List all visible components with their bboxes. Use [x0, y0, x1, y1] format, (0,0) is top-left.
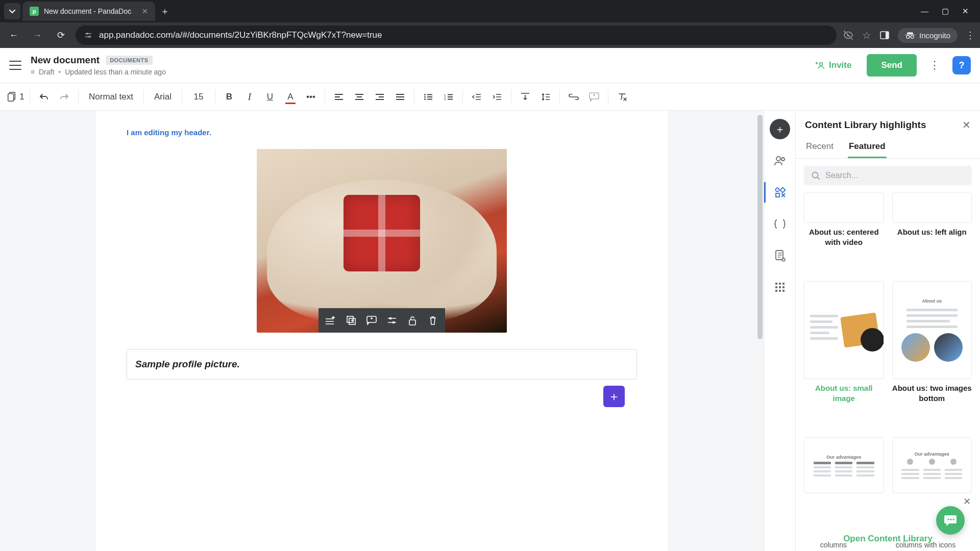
pandadoc-favicon: p [30, 7, 39, 16]
unlock-icon[interactable] [402, 310, 423, 331]
numbered-list-button[interactable]: 123 [440, 88, 457, 106]
tab-featured-label: Featured [849, 141, 886, 151]
image-block[interactable] [257, 149, 507, 333]
editor-canvas[interactable]: I am editing my header. Sample profile p… [0, 111, 764, 551]
redo-button[interactable] [56, 88, 73, 106]
side-panel-icon[interactable] [879, 30, 890, 40]
svg-point-42 [952, 518, 954, 520]
indent-button[interactable] [488, 88, 506, 106]
undo-button[interactable] [35, 88, 53, 106]
image-floating-toolbar [318, 308, 445, 333]
chat-support-button[interactable] [936, 506, 965, 535]
page-header-text[interactable]: I am editing my header. [127, 128, 637, 137]
library-item[interactable]: About us: left align [892, 192, 972, 274]
link-button[interactable] [565, 88, 582, 106]
library-item[interactable]: Our advantages [804, 437, 884, 520]
smart-content-icon[interactable]: ? [770, 245, 790, 266]
duplicate-icon[interactable] [341, 310, 361, 331]
document-page[interactable]: I am editing my header. Sample profile p… [96, 111, 668, 551]
library-item[interactable]: About us About us: two images bottom [892, 281, 972, 430]
close-tab-icon[interactable]: ✕ [142, 7, 148, 15]
maximize-icon[interactable]: ▢ [942, 7, 949, 16]
send-label: Send [881, 60, 902, 70]
tab-recent[interactable]: Recent [805, 136, 835, 158]
pages-button[interactable]: 1 [7, 88, 24, 106]
new-tab-button[interactable]: ＋ [157, 4, 173, 19]
menu-icon[interactable] [9, 61, 21, 70]
svg-rect-31 [779, 283, 781, 285]
library-item[interactable]: ✥ About us: small image [804, 281, 884, 430]
reload-button[interactable]: ⟳ [52, 27, 69, 44]
settings-sliders-icon[interactable] [382, 310, 402, 331]
incognito-badge[interactable]: Incognito [898, 28, 958, 43]
document-title[interactable]: New document [31, 55, 100, 66]
tab-featured[interactable]: Featured [848, 136, 887, 158]
font-size-select[interactable]: 15 [187, 88, 210, 106]
clear-formatting-button[interactable] [614, 88, 631, 106]
minimize-icon[interactable]: ― [921, 7, 928, 16]
svg-rect-32 [782, 283, 785, 285]
status-dot-icon [31, 70, 35, 74]
text-color-button[interactable]: A [282, 88, 299, 106]
size-label: 15 [193, 92, 203, 102]
add-block-button[interactable]: ＋ [603, 386, 625, 407]
svg-point-22 [776, 157, 780, 161]
variables-icon[interactable] [770, 214, 790, 234]
apps-grid-icon[interactable] [770, 277, 790, 297]
svg-point-5 [911, 35, 914, 38]
bold-button[interactable]: B [220, 88, 238, 106]
library-search-input[interactable]: Search... [804, 166, 972, 185]
scrollbar[interactable] [757, 115, 763, 339]
back-button[interactable]: ← [5, 27, 22, 44]
image-content-gift [344, 195, 420, 271]
recipients-icon[interactable] [770, 151, 790, 171]
align-right-button[interactable] [371, 88, 388, 106]
add-row-above-icon[interactable] [321, 310, 341, 331]
delete-icon[interactable] [423, 310, 443, 331]
svg-rect-30 [775, 283, 777, 285]
italic-button[interactable]: I [241, 88, 258, 106]
svg-rect-25 [780, 188, 786, 193]
font-family-select[interactable]: Arial [149, 88, 177, 106]
invite-button[interactable]: Invite [806, 55, 860, 76]
eye-off-icon[interactable] [843, 30, 854, 41]
incognito-icon [905, 32, 915, 39]
outdent-button[interactable] [468, 88, 485, 106]
style-label: Normal text [89, 92, 133, 102]
library-item-label: About us: left align [892, 227, 972, 237]
more-formatting-icon[interactable]: ••• [302, 88, 320, 106]
add-comment-icon[interactable] [361, 310, 382, 331]
line-spacing-button[interactable] [537, 88, 554, 106]
url-field[interactable]: app.pandadoc.com/a/#/documents/2UzYiBKr8… [76, 26, 837, 45]
bookmark-star-icon[interactable]: ☆ [862, 29, 871, 41]
bulleted-list-button[interactable] [420, 88, 437, 106]
tab-search-dropdown[interactable] [4, 3, 20, 19]
more-actions-icon[interactable]: ⋮ [924, 56, 945, 75]
add-content-button[interactable]: ＋ [770, 119, 790, 139]
library-item[interactable]: Our advantages [892, 437, 972, 520]
dismiss-tip-icon[interactable]: ✕ [963, 496, 971, 507]
paragraph-style-select[interactable]: Normal text [84, 88, 138, 106]
help-button[interactable]: ? [952, 56, 971, 74]
close-panel-icon[interactable]: ✕ [962, 119, 971, 131]
send-button[interactable]: Send [867, 54, 917, 77]
underline-button[interactable]: U [261, 88, 279, 106]
close-window-icon[interactable]: ✕ [962, 7, 969, 16]
browser-tab[interactable]: p New document - PandaDoc ✕ [22, 2, 155, 21]
forward-button[interactable]: → [29, 27, 46, 44]
vertical-align-button[interactable] [517, 88, 534, 106]
caption-text-block[interactable]: Sample profile picture. [127, 349, 637, 380]
site-settings-icon[interactable] [84, 31, 93, 40]
partial-captions: columns columns with icons [796, 539, 980, 551]
search-icon [811, 171, 820, 180]
align-center-button[interactable] [351, 88, 368, 106]
align-justify-button[interactable] [391, 88, 409, 106]
svg-point-20 [393, 321, 395, 324]
align-left-button[interactable] [330, 88, 348, 106]
content-library-icon[interactable] [764, 182, 795, 203]
browser-menu-icon[interactable]: ⋮ [966, 30, 975, 41]
incognito-label: Incognito [919, 31, 950, 40]
svg-rect-26 [776, 193, 779, 197]
library-item[interactable]: About us: centered with video [804, 192, 884, 274]
comment-button[interactable] [585, 88, 603, 106]
